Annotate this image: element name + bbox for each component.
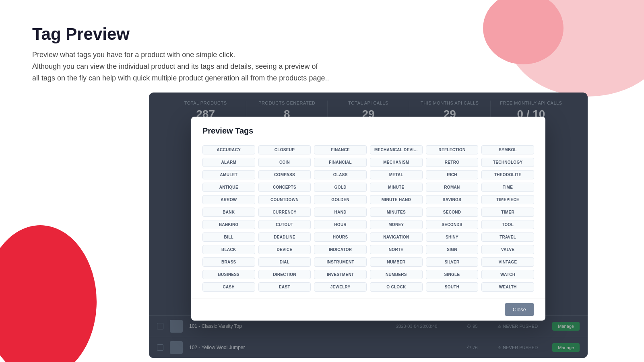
tag-badge: SOUTH <box>426 282 479 292</box>
page-title: Tag Preview <box>32 24 329 44</box>
tag-badge: BRASS <box>202 257 255 267</box>
bg-decoration-bottom-left <box>0 225 97 362</box>
tag-badge: REFLECTION <box>426 145 479 154</box>
tag-badge: TOOL <box>481 220 534 229</box>
tag-badge: COMPASS <box>258 170 311 179</box>
tag-badge: O CLOCK <box>370 282 423 292</box>
tag-badge: TIMEPIECE <box>481 195 534 204</box>
tag-badge: BANK <box>202 208 255 217</box>
tag-badge: CONCEPTS <box>258 183 311 192</box>
tag-badge: SILVER <box>426 257 479 267</box>
tag-badge: SECOND <box>426 208 479 217</box>
tag-badge: CASH <box>202 282 255 292</box>
tag-badge: MECHANISM <box>370 158 423 167</box>
tag-badge: HOURS <box>314 232 367 242</box>
tag-badge: WEALTH <box>481 282 534 292</box>
tag-badge: CLOSEUP <box>258 145 311 154</box>
tag-badge: DEADLINE <box>258 232 311 242</box>
tag-badge: SYMBOL <box>481 145 534 154</box>
tag-badge: ARROW <box>202 195 255 204</box>
tag-badge: GOLDEN <box>314 195 367 204</box>
tag-badge: TIMER <box>481 208 534 217</box>
modal-header: Preview Tags <box>191 117 545 142</box>
tag-badge: BLACK <box>202 245 255 254</box>
preview-tags-modal: Preview Tags ACCURACYCLOSEUPFINANCEMECHA… <box>191 117 545 321</box>
tag-badge: AMULET <box>202 170 255 179</box>
tag-badge: TIME <box>481 183 534 192</box>
app-container: Total Products 287 Products Generated 8 … <box>149 93 588 358</box>
tag-badge: THEODOLITE <box>481 170 534 179</box>
desc-line2: Although you can view the individual pro… <box>32 62 318 70</box>
tag-badge: METAL <box>370 170 423 179</box>
tag-badge: HAND <box>314 208 367 217</box>
tag-badge: VALVE <box>481 245 534 254</box>
tag-badge: CUTOUT <box>258 220 311 229</box>
tag-badge: DIAL <box>258 257 311 267</box>
tag-badge: BANKING <box>202 220 255 229</box>
tag-badge: FINANCE <box>314 145 367 154</box>
tag-badge: CURRENCY <box>258 208 311 217</box>
desc-line1: Preview what tags you have for a product… <box>32 51 235 59</box>
tag-badge: JEWELRY <box>314 282 367 292</box>
tag-badge: INSTRUMENT <box>314 257 367 267</box>
tag-badge: INDICATOR <box>314 245 367 254</box>
tag-badge: NUMBERS <box>370 270 423 279</box>
tag-badge: MONEY <box>370 220 423 229</box>
tag-badge: TRAVEL <box>481 232 534 242</box>
tag-badge: NUMBER <box>370 257 423 267</box>
tag-badge: MINUTE HAND <box>370 195 423 204</box>
tag-badge: COIN <box>258 158 311 167</box>
tag-badge: GOLD <box>314 183 367 192</box>
page-description: Preview what tags you have for a product… <box>32 49 329 84</box>
tag-badge: SAVINGS <box>426 195 479 204</box>
modal-body: ACCURACYCLOSEUPFINANCEMECHANICAL DEVICER… <box>191 142 545 298</box>
desc-line3: all tags on the fly can help with quick … <box>32 74 329 82</box>
tag-badge: NAVIGATION <box>370 232 423 242</box>
close-button[interactable]: Close <box>505 303 534 316</box>
modal-title: Preview Tags <box>202 126 534 136</box>
tags-grid: ACCURACYCLOSEUPFINANCEMECHANICAL DEVICER… <box>202 145 534 292</box>
tag-badge: MINUTES <box>370 208 423 217</box>
tag-badge: SECONDS <box>426 220 479 229</box>
tag-badge: INVESTMENT <box>314 270 367 279</box>
tag-badge: TECHNOLOGY <box>481 158 534 167</box>
tag-badge: HOUR <box>314 220 367 229</box>
tag-badge: MECHANICAL DEVICE <box>370 145 423 154</box>
tag-badge: FINANCIAL <box>314 158 367 167</box>
modal-overlay: Preview Tags ACCURACYCLOSEUPFINANCEMECHA… <box>149 93 588 358</box>
tag-badge: RICH <box>426 170 479 179</box>
header-section: Tag Preview Preview what tags you have f… <box>32 24 329 84</box>
tag-badge: NORTH <box>370 245 423 254</box>
tag-badge: ANTIQUE <box>202 183 255 192</box>
tag-badge: ROMAN <box>426 183 479 192</box>
tag-badge: DEVICE <box>258 245 311 254</box>
modal-footer: Close <box>191 298 545 321</box>
tag-badge: BILL <box>202 232 255 242</box>
tag-badge: RETRO <box>426 158 479 167</box>
tag-badge: SINGLE <box>426 270 479 279</box>
tag-badge: DIRECTION <box>258 270 311 279</box>
tag-badge: SIGN <box>426 245 479 254</box>
tag-badge: ALARM <box>202 158 255 167</box>
tag-badge: SHINY <box>426 232 479 242</box>
tag-badge: WATCH <box>481 270 534 279</box>
tag-badge: MINUTE <box>370 183 423 192</box>
tag-badge: VINTAGE <box>481 257 534 267</box>
tag-badge: GLASS <box>314 170 367 179</box>
tag-badge: BUSINESS <box>202 270 255 279</box>
tag-badge: COUNTDOWN <box>258 195 311 204</box>
tag-badge: ACCURACY <box>202 145 255 154</box>
tag-badge: EAST <box>258 282 311 292</box>
